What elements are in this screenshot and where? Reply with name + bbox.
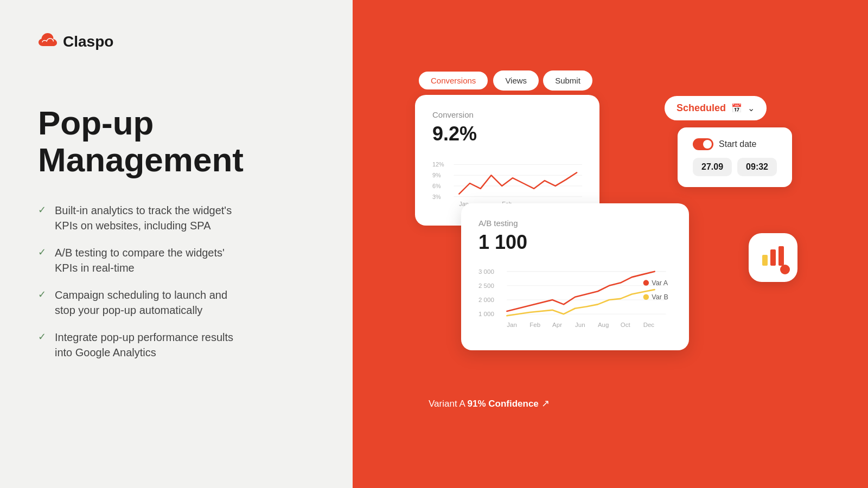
hero-title: Pop-up Management	[38, 105, 315, 178]
start-date-card: Start date 27.09 09:32	[678, 127, 792, 187]
tab-views[interactable]: Views	[493, 70, 539, 91]
svg-text:Apr: Apr	[552, 322, 562, 328]
start-date-toggle[interactable]	[693, 138, 713, 150]
svg-text:2 000: 2 000	[478, 297, 494, 303]
check-icon-3: ✓	[38, 288, 46, 300]
logo-icon	[38, 33, 58, 50]
confidence-value: 91% Confidence	[468, 399, 539, 409]
tab-submit[interactable]: Submit	[543, 70, 592, 91]
trend-arrow: ↗	[541, 398, 550, 409]
ab-chart: 3 000 2 500 2 000 1 000 Jan Feb Apr Jun …	[478, 265, 672, 335]
feature-text-1: Built-in analytics to track the widget's…	[55, 203, 232, 233]
right-panel: Conversions Views Submit Scheduled 📅 ⌄ S…	[353, 0, 868, 488]
feature-text-2: A/B testing to compare the widgets' KPIs…	[55, 245, 225, 275]
feature-text-3: Campaign scheduling to launch and stop y…	[55, 287, 227, 318]
svg-text:Jun: Jun	[575, 322, 585, 328]
variant-prefix: Variant A	[429, 399, 468, 409]
ab-testing-card: A/B testing 1 100 3 000 2 500 2 000 1 00…	[461, 203, 689, 350]
svg-text:Var B: Var B	[652, 293, 668, 301]
left-panel: Claspo Pop-up Management ✓ Built-in anal…	[0, 0, 353, 488]
conversion-chart: 12% 9% 6% 3% Jan Feb	[432, 156, 582, 210]
svg-text:Dec: Dec	[643, 322, 655, 328]
date-time-row: 27.09 09:32	[693, 158, 777, 176]
time-value: 09:32	[737, 158, 777, 176]
logo: Claspo	[38, 33, 315, 50]
svg-text:Oct: Oct	[621, 322, 631, 328]
ab-value: 1 100	[478, 231, 672, 254]
svg-text:6%: 6%	[432, 183, 441, 189]
svg-text:Var A: Var A	[652, 279, 668, 287]
analytics-icon-card	[749, 233, 797, 282]
svg-point-25	[643, 280, 649, 285]
conversion-label: Conversion	[432, 110, 582, 119]
svg-text:Feb: Feb	[529, 322, 540, 328]
svg-point-27	[643, 294, 649, 300]
check-icon-2: ✓	[38, 246, 46, 258]
svg-rect-30	[770, 249, 776, 266]
svg-text:3%: 3%	[432, 194, 441, 200]
svg-rect-31	[778, 246, 784, 266]
date-value: 27.09	[693, 158, 732, 176]
feature-item-1: ✓ Built-in analytics to track the widget…	[38, 203, 315, 233]
check-icon-1: ✓	[38, 204, 46, 216]
svg-text:2 500: 2 500	[478, 282, 494, 289]
variant-confidence: Variant A 91% Confidence ↗	[429, 397, 550, 409]
features-list: ✓ Built-in analytics to track the widget…	[38, 203, 315, 360]
chevron-down-icon: ⌄	[748, 103, 755, 113]
start-date-header: Start date	[693, 138, 777, 150]
tab-conversions[interactable]: Conversions	[418, 70, 489, 91]
svg-text:Jan: Jan	[507, 322, 517, 328]
start-date-label: Start date	[719, 139, 756, 149]
feature-item-4: ✓ Integrate pop-up performance results i…	[38, 330, 315, 360]
svg-rect-29	[762, 255, 768, 266]
check-icon-4: ✓	[38, 331, 46, 343]
feature-item-3: ✓ Campaign scheduling to launch and stop…	[38, 287, 315, 318]
tabs-row: Conversions Views Submit	[418, 70, 592, 91]
svg-text:3 000: 3 000	[478, 268, 494, 275]
svg-text:9%: 9%	[432, 172, 441, 178]
calendar-icon: 📅	[731, 103, 742, 113]
svg-text:1 000: 1 000	[478, 311, 494, 317]
scheduled-dropdown[interactable]: Scheduled 📅 ⌄	[663, 95, 768, 121]
feature-item-2: ✓ A/B testing to compare the widgets' KP…	[38, 245, 315, 275]
svg-text:12%: 12%	[432, 161, 444, 168]
scheduled-label: Scheduled	[676, 102, 726, 114]
red-dot-indicator	[780, 265, 790, 274]
conversion-value: 9.2%	[432, 123, 582, 145]
ab-label: A/B testing	[478, 219, 672, 228]
feature-text-4: Integrate pop-up performance results int…	[55, 330, 233, 360]
svg-text:Aug: Aug	[598, 322, 609, 328]
logo-text: Claspo	[63, 33, 113, 50]
